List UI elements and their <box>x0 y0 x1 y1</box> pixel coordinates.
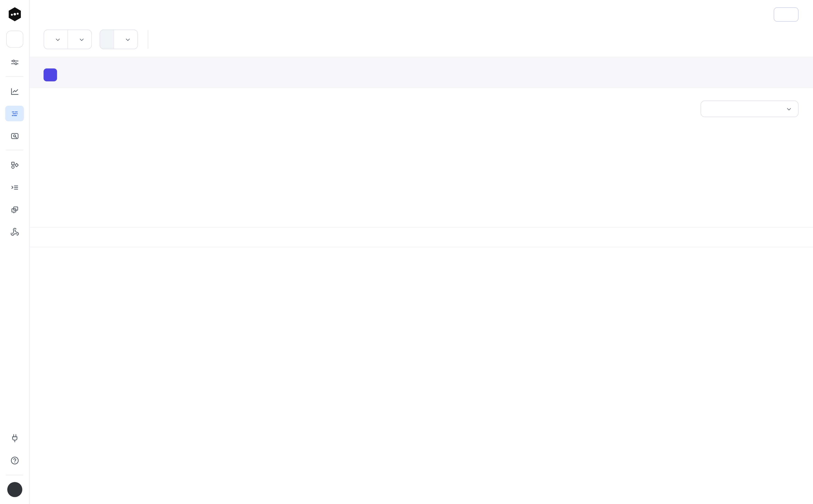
app-window <box>0 0 813 504</box>
table-header-row <box>29 227 813 247</box>
table-columns-dropdown[interactable] <box>701 101 798 117</box>
time-range-dropdown[interactable] <box>67 30 91 49</box>
inngest-logo-icon[interactable] <box>7 7 22 22</box>
main-content <box>29 0 813 504</box>
learn-more-link[interactable] <box>46 11 55 18</box>
histogram-chart <box>44 123 798 216</box>
chevron-down-icon <box>125 36 131 42</box>
plug-icon[interactable] <box>5 431 24 446</box>
sort-field-dropdown[interactable] <box>44 30 67 49</box>
sidebar-item-windows[interactable] <box>5 202 24 217</box>
chevron-down-icon <box>79 36 85 42</box>
sidebar-divider <box>6 150 23 150</box>
filter-bar <box>29 30 813 49</box>
external-link-icon <box>48 11 55 18</box>
refresh-runs-button[interactable] <box>774 7 799 22</box>
sidebar-item-webhooks[interactable] <box>5 224 24 240</box>
runs-histogram <box>29 123 813 216</box>
clear-query-button[interactable] <box>67 74 73 75</box>
run-query-button[interactable] <box>44 68 57 81</box>
refresh-icon <box>781 11 788 18</box>
sidebar-item-event-logs[interactable] <box>5 179 24 195</box>
query-editor[interactable] <box>29 56 813 88</box>
sidebar <box>0 0 29 504</box>
filter-divider <box>148 30 148 49</box>
sidebar-item-apps[interactable] <box>5 157 24 173</box>
status-filter-group <box>99 29 138 49</box>
page-subtitle <box>44 11 55 18</box>
sidebar-item-metrics[interactable] <box>5 83 24 99</box>
runs-table <box>29 227 813 247</box>
status-filter-dropdown[interactable] <box>114 30 137 49</box>
help-icon[interactable] <box>5 453 24 468</box>
sliders-icon[interactable] <box>5 54 24 70</box>
results-header <box>29 101 813 117</box>
workspace-badge[interactable] <box>6 31 23 48</box>
user-avatar[interactable] <box>7 482 22 497</box>
sidebar-item-runs[interactable] <box>5 106 24 121</box>
sidebar-divider <box>6 76 23 77</box>
sidebar-item-search[interactable] <box>5 128 24 144</box>
sidebar-divider <box>6 475 23 475</box>
page-header <box>29 0 813 22</box>
chevron-down-icon <box>786 106 792 112</box>
status-filter-label <box>100 30 113 49</box>
time-filter-group <box>44 29 92 49</box>
chevron-down-icon <box>55 36 61 42</box>
